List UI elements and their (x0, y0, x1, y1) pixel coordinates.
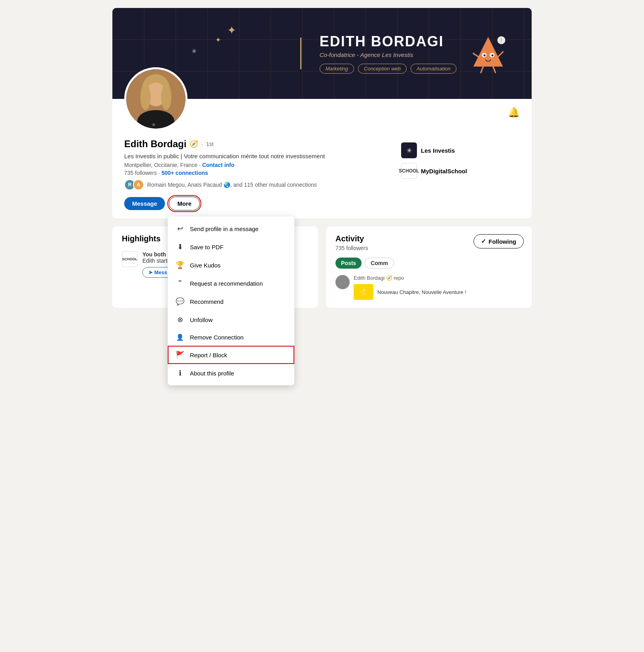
svg-line-7 (474, 53, 479, 57)
svg-line-6 (493, 66, 496, 72)
message-button[interactable]: Message (124, 197, 165, 210)
post-preview: ⭐ Nouveau Chapitre, Nouvelle Aventure ! (354, 284, 466, 300)
dropdown-item-label-2: Give Kudos (190, 262, 221, 269)
mutual-avatar-2: A (133, 179, 144, 190)
banner-tag-0: Marketing (320, 64, 354, 74)
mutual-avatars: R A (124, 179, 144, 190)
company-logo-0: ✳ (401, 142, 417, 158)
followers-row: 735 followers · 500+ connections (124, 170, 385, 176)
dropdown-item-about[interactable]: ℹ About this profile (168, 364, 294, 382)
company-icon-0: ✳ (407, 147, 412, 154)
activity-tabs: Posts Comm (335, 258, 522, 269)
banner-text-block: EDITH BORDAGI Co-fondatrice - Agence Les… (320, 33, 456, 74)
profile-info: Edith Bordagi 🧭 · 1st Les Investis in pu… (124, 99, 520, 210)
dropdown-menu: ↩ Send profile in a message ⬇ Save to PD… (168, 216, 294, 385)
dropdown-item-report-block[interactable]: 🚩 Report / Block (168, 346, 294, 364)
activity-post-author: Edith Bordagi 🧭 repo (354, 275, 466, 281)
following-button[interactable]: ✓ Following (474, 234, 524, 248)
svg-point-3 (483, 55, 485, 57)
post-thumbnail: ⭐ (354, 284, 373, 300)
dropdown-item-label-3: Request a recommendation (190, 280, 263, 287)
svg-text:✳: ✳ (152, 122, 156, 128)
svg-line-5 (481, 66, 483, 72)
company-name-0: Les Investis (421, 147, 455, 154)
send-profile-icon: ↩ (176, 224, 184, 233)
notification-bell-button[interactable]: 🔔 (508, 107, 520, 118)
compass-icon: 🧭 (189, 140, 198, 148)
banner-content: EDITH BORDAGI Co-fondatrice - Agence Les… (300, 33, 508, 74)
activity-post: Edith Bordagi 🧭 repo ⭐ Nouveau Chapitre,… (335, 275, 522, 300)
dropdown-item-label-1: Save to PDF (190, 244, 224, 250)
connection-dot: · (201, 141, 203, 147)
dropdown-item-save-pdf[interactable]: ⬇ Save to PDF (168, 238, 294, 256)
report-block-icon: 🚩 (176, 351, 184, 359)
recommend-request-icon: " (176, 279, 184, 288)
company-name-1: MyDigitalSchool (421, 168, 467, 174)
dropdown-item-recommend[interactable]: 💬 Recommend (168, 292, 294, 311)
dropdown-item-label-8: About this profile (190, 370, 234, 377)
avatar-circle: ✳ (126, 69, 186, 129)
location-text: Montpellier, Occitanie, France (124, 162, 197, 168)
svg-point-16 (161, 84, 171, 110)
location-separator: · (199, 162, 202, 168)
svg-point-4 (491, 55, 493, 57)
following-label: Following (489, 238, 516, 245)
profile-right: ✳ Les Investis SCHOOL MyDigitalSchool (401, 138, 520, 210)
location-row: Montpellier, Occitanie, France · Contact… (124, 162, 385, 168)
company-item-1[interactable]: SCHOOL MyDigitalSchool (401, 163, 520, 179)
banner-subtitle: Co-fondatrice - Agence Les Investis (320, 51, 413, 58)
tab-comments[interactable]: Comm (365, 258, 394, 269)
avatar: ✳ (124, 67, 188, 131)
dropdown-item-label-6: Remove Connection (190, 334, 244, 341)
contact-info-link[interactable]: Contact info (202, 162, 235, 168)
company-item-0[interactable]: ✳ Les Investis (401, 142, 520, 158)
highlight-send-icon: ➤ (148, 269, 153, 275)
connections-link[interactable]: 500+ connections (161, 170, 208, 176)
action-row: Message More ↩ Send profile in a message… (124, 197, 385, 210)
banner-name: EDITH BORDAGI (320, 33, 444, 50)
dropdown-item-recommend-request[interactable]: " Request a recommendation (168, 274, 294, 292)
banner-divider (300, 38, 301, 69)
activity-card: Activity 735 followers Posts Comm ✓ Foll… (326, 226, 532, 308)
dropdown-item-kudos[interactable]: 🏆 Give Kudos (168, 256, 294, 274)
dropdown-item-label-0: Send profile in a message (190, 226, 258, 232)
activity-avatar (335, 275, 350, 289)
name-row: Edith Bordagi 🧭 · 1st (124, 138, 385, 150)
tab-posts[interactable]: Posts (335, 258, 362, 269)
svg-line-8 (498, 52, 503, 57)
highlight-you-both: You both (142, 251, 166, 258)
mutual-row: R A Romain Megou, Anaïs Pacaud 🌏, and 11… (124, 179, 385, 190)
more-button[interactable]: More (169, 197, 200, 210)
unfollow-icon: ⊗ (176, 315, 184, 324)
svg-text:!: ! (500, 37, 502, 43)
sparkle-icon-1: ✦ (227, 24, 236, 37)
remove-connection-icon: 👤 (176, 334, 184, 341)
school-logo-text: SCHOOL (399, 168, 419, 174)
highlight-sub: Edith starte (142, 258, 170, 264)
save-pdf-icon: ⬇ (176, 243, 184, 251)
followers-separator: · (158, 170, 161, 176)
about-profile-icon: ℹ (176, 369, 184, 377)
followers-count: 735 followers (124, 170, 157, 176)
kudos-icon: 🏆 (176, 261, 184, 269)
profile-left: Edith Bordagi 🧭 · 1st Les Investis in pu… (124, 138, 385, 210)
recommend-icon: 💬 (176, 297, 184, 306)
svg-point-15 (140, 84, 151, 110)
dropdown-item-label-7: Report / Block (190, 352, 227, 358)
company-logo-1: SCHOOL (401, 163, 417, 179)
dropdown-item-remove-connection[interactable]: 👤 Remove Connection (168, 329, 294, 346)
banner-tag-2: Automatisation (411, 64, 456, 74)
mutual-text: Romain Megou, Anaïs Pacaud 🌏, and 115 ot… (147, 182, 317, 188)
highlight-logo: SCHOOL (122, 251, 138, 267)
profile-headline: Les Investis in public | Votre communica… (124, 152, 385, 160)
dropdown-item-label-5: Unfollow (190, 317, 213, 323)
checkmark-icon: ✓ (481, 238, 486, 245)
sparkle-icon-2: ✦ (215, 36, 221, 44)
dropdown-item-send-profile[interactable]: ↩ Send profile in a message (168, 220, 294, 238)
profile-name: Edith Bordagi (124, 138, 186, 150)
banner-tag-1: Conception web (358, 64, 407, 74)
connection-badge: 1st (206, 141, 214, 147)
dropdown-item-unfollow[interactable]: ⊗ Unfollow (168, 311, 294, 329)
dropdown-item-label-4: Recommend (190, 298, 224, 305)
profile-section: ✳ 🔔 Edith Bordagi 🧭 · 1st Les Investis i… (112, 99, 532, 218)
